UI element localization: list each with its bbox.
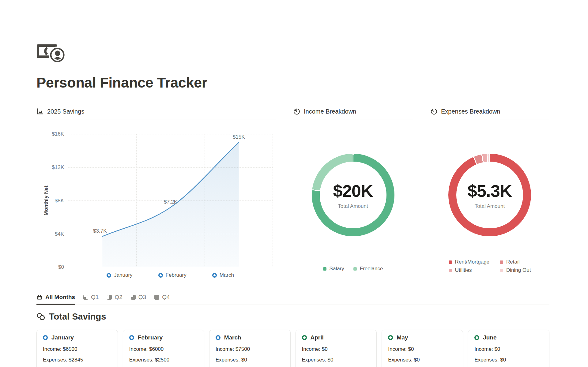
retail-swatch-icon: [500, 260, 503, 264]
income-donut-center: $20K Total Amount: [312, 154, 394, 236]
expenses-line: Expenses: $0: [302, 357, 371, 363]
savings-plot-area: $16K $12K $8K $4K $0 Monthly Net: [68, 134, 273, 267]
point-label: $3.7K: [93, 228, 107, 234]
income-total-label: Total Amount: [338, 203, 368, 209]
legend-item-retail: Retail: [500, 259, 531, 265]
savings-panel-header: 2025 Savings: [36, 108, 276, 119]
month-dot-icon: [302, 335, 307, 340]
legend-item-february: February: [158, 272, 187, 278]
point-label: $7.2K: [164, 199, 177, 205]
expenses-donut-center: $5.3K Total Amount: [448, 154, 531, 236]
expenses-panel-header: Expenses Breakdown: [430, 108, 549, 119]
card-april[interactable]: April Income: $0 Expenses: $0 Net: $0: [296, 330, 377, 367]
tab-q3[interactable]: Q3: [131, 294, 146, 305]
view-tabs: All Months Q1 Q2 Q3 Q4: [36, 294, 549, 305]
charts-row: 2025 Savings $16K $12K $8K $4K $0: [36, 108, 549, 282]
income-panel-title: Income Breakdown: [304, 108, 356, 115]
month-dot-icon: [474, 335, 479, 340]
expenses-line: Expenses: $0: [474, 357, 543, 363]
freelance-swatch-icon: [353, 267, 357, 271]
pie-chart-icon: [430, 108, 438, 115]
income-panel: Income Breakdown $20K Total Amount Salar…: [293, 108, 413, 282]
card-march[interactable]: March Income: $7500 Expenses: $0 Net: $7…: [209, 330, 291, 367]
income-line: Income: $0: [388, 346, 457, 352]
salary-swatch-icon: [323, 267, 326, 271]
ring-marker-icon: [212, 273, 217, 278]
month-dot-icon: [388, 335, 393, 340]
ring-marker-icon: [107, 273, 111, 278]
total-savings-header: Total Savings: [36, 312, 549, 322]
quarter-1-icon: [83, 295, 88, 300]
legend-item-march: March: [212, 272, 234, 278]
income-line: Income: $7500: [216, 346, 284, 352]
quarter-2-icon: [107, 295, 112, 300]
card-may[interactable]: May Income: $0 Expenses: $0 Net: $0: [382, 330, 463, 367]
expenses-total-label: Total Amount: [475, 203, 505, 209]
money-logo-icon: [36, 43, 67, 63]
month-dot-icon: [129, 335, 134, 340]
rent-swatch-icon: [449, 260, 452, 264]
tab-q1[interactable]: Q1: [83, 294, 99, 305]
calendar-icon: [36, 294, 43, 300]
expenses-line: Expenses: $0: [216, 357, 284, 363]
income-legend: Salary Freelance: [323, 266, 383, 272]
expenses-panel: Expenses Breakdown $5.3K Total Amount Re…: [430, 108, 549, 282]
income-line: Income: $6000: [129, 346, 198, 352]
card-january[interactable]: January Income: $6500 Expenses: $2845 Ne…: [36, 330, 118, 367]
utilities-swatch-icon: [449, 269, 452, 272]
month-dot-icon: [216, 335, 221, 340]
page: Personal Finance Tracker 2025 Savings: [0, 43, 588, 367]
legend-item-dining: Dining Out: [500, 267, 531, 273]
line-chart-icon: [36, 108, 44, 115]
quarter-3-icon: [131, 295, 136, 300]
section-title: Total Savings: [49, 312, 106, 322]
legend-item-salary: Salary: [323, 266, 344, 272]
point-label: $15K: [233, 134, 245, 140]
income-line: Income: $0: [474, 346, 543, 352]
legend-item-freelance: Freelance: [353, 266, 383, 272]
legend-item-utilities: Utilities: [449, 267, 489, 273]
legend-item-january: January: [107, 272, 132, 278]
card-june[interactable]: June Income: $0 Expenses: $0 Net: $0: [468, 330, 549, 367]
expenses-line: Expenses: $2845: [43, 357, 111, 363]
income-line: Income: $0: [302, 346, 371, 352]
pie-chart-icon: [293, 108, 300, 115]
page-title: Personal Finance Tracker: [36, 74, 549, 91]
coins-icon: [36, 312, 46, 321]
income-donut-chart: $20K Total Amount: [312, 154, 394, 236]
expenses-donut-chart: $5.3K Total Amount: [448, 154, 531, 236]
savings-chart: $16K $12K $8K $4K $0 Monthly Net: [36, 119, 276, 282]
card-february[interactable]: February Income: $6000 Expenses: $2500 N…: [123, 330, 204, 367]
tab-q4[interactable]: Q4: [154, 294, 170, 305]
expenses-panel-title: Expenses Breakdown: [441, 108, 500, 115]
expenses-legend: Rent/Mortgage Retail Utilities Dining Ou…: [449, 259, 531, 273]
income-panel-header: Income Breakdown: [293, 108, 413, 119]
legend-item-rent: Rent/Mortgage: [449, 259, 489, 265]
tab-q2[interactable]: Q2: [107, 294, 122, 305]
x-axis-legend: January February March: [68, 272, 273, 278]
savings-panel-title: 2025 Savings: [47, 108, 84, 115]
month-cards: January Income: $6500 Expenses: $2845 Ne…: [36, 330, 549, 367]
dining-swatch-icon: [500, 269, 503, 272]
expenses-total: $5.3K: [468, 181, 512, 201]
expenses-line: Expenses: $0: [388, 357, 457, 363]
income-line: Income: $6500: [43, 346, 111, 352]
income-total: $20K: [333, 181, 373, 201]
expenses-line: Expenses: $2500: [129, 357, 198, 363]
savings-panel: 2025 Savings $16K $12K $8K $4K $0: [36, 108, 276, 282]
y-axis-label: Monthly Net: [43, 134, 49, 267]
tab-all-months[interactable]: All Months: [36, 294, 75, 305]
quarter-4-icon: [154, 295, 159, 300]
month-dot-icon: [43, 335, 48, 340]
ring-marker-icon: [158, 273, 163, 278]
